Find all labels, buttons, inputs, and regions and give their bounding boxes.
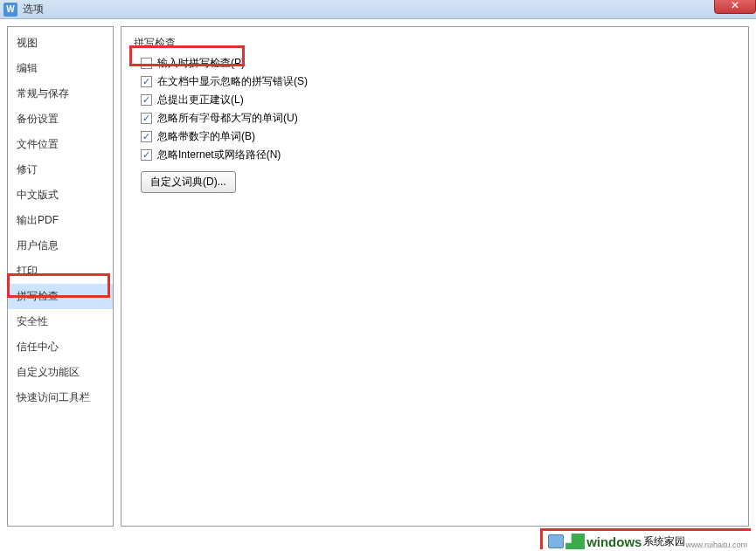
check-row-ignore-internet: ✓ 忽略Internet或网络路径(N) [134, 146, 736, 164]
checkbox-ignore-uppercase[interactable]: ✓ [141, 113, 152, 124]
checkbox-ignore-numbers[interactable]: ✓ [141, 131, 152, 142]
sidebar-item-print[interactable]: 打印 [8, 258, 113, 284]
watermark-icon-2 [565, 534, 585, 549]
sidebar-item-file-location[interactable]: 文件位置 [8, 132, 113, 157]
watermark-suffix: 系统家园 [643, 534, 685, 549]
sidebar-item-user-info[interactable]: 用户信息 [8, 233, 113, 258]
custom-dictionary-button[interactable]: 自定义词典(D)... [141, 171, 236, 193]
sidebar-item-chinese-layout[interactable]: 中文版式 [8, 183, 113, 208]
group-title: 拼写检查 [134, 36, 736, 54]
close-icon: ✕ [731, 0, 739, 11]
main-area: 视图 编辑 常规与保存 备份设置 文件位置 修订 中文版式 输出PDF 用户信息… [0, 19, 756, 534]
check-label: 输入时拼写检查(P) [157, 56, 245, 71]
sidebar-item-trust-center[interactable]: 信任中心 [8, 334, 113, 360]
check-row-ignore-numbers: ✓ 忽略带数字的单词(B) [134, 127, 736, 146]
check-row-spell-while-typing: 输入时拼写检查(P) [134, 54, 736, 72]
sidebar-item-spellcheck[interactable]: 拼写检查 [8, 284, 113, 309]
watermark-icon-1 [548, 534, 564, 548]
check-row-suggest: ✓ 总提出更正建议(L) [134, 91, 736, 109]
checkbox-spell-while-typing[interactable] [141, 58, 152, 69]
window-title: 选项 [23, 2, 44, 17]
checkbox-suggest[interactable]: ✓ [141, 94, 152, 106]
sidebar-item-security[interactable]: 安全性 [8, 309, 113, 334]
sidebar-item-customize-ribbon[interactable]: 自定义功能区 [8, 360, 113, 385]
watermark-text: windows [586, 534, 642, 549]
sidebar-item-edit[interactable]: 编辑 [8, 56, 113, 81]
checkbox-ignore-internet[interactable]: ✓ [141, 149, 152, 161]
sidebar-item-backup[interactable]: 备份设置 [8, 107, 113, 132]
app-icon: W [3, 3, 17, 17]
sidebar-item-quick-access[interactable]: 快速访问工具栏 [8, 385, 113, 410]
close-button[interactable]: ✕ [714, 0, 756, 14]
sidebar: 视图 编辑 常规与保存 备份设置 文件位置 修订 中文版式 输出PDF 用户信息… [7, 26, 114, 527]
check-label: 忽略所有字母都大写的单词(U) [157, 111, 298, 126]
watermark-url: www.ruihaitu.com [685, 541, 747, 549]
sidebar-item-revision[interactable]: 修订 [8, 157, 113, 183]
content-panel: 拼写检查 输入时拼写检查(P) ✓ 在文档中显示忽略的拼写错误(S) ✓ 总提出… [121, 26, 749, 527]
sidebar-item-view[interactable]: 视图 [8, 31, 113, 56]
check-label: 忽略Internet或网络路径(N) [157, 148, 281, 162]
check-row-ignore-uppercase: ✓ 忽略所有字母都大写的单词(U) [134, 109, 736, 127]
sidebar-item-general-save[interactable]: 常规与保存 [8, 81, 113, 107]
check-label: 在文档中显示忽略的拼写错误(S) [157, 74, 308, 89]
check-label: 总提出更正建议(L) [157, 93, 244, 107]
check-label: 忽略带数字的单词(B) [157, 129, 255, 144]
titlebar: W 选项 ✕ [0, 0, 756, 19]
sidebar-item-output-pdf[interactable]: 输出PDF [8, 208, 113, 233]
checkbox-show-ignored[interactable]: ✓ [141, 76, 152, 87]
check-row-show-ignored: ✓ 在文档中显示忽略的拼写错误(S) [134, 72, 736, 91]
watermark: windows 系统家园 www.ruihaitu.com [540, 528, 751, 549]
